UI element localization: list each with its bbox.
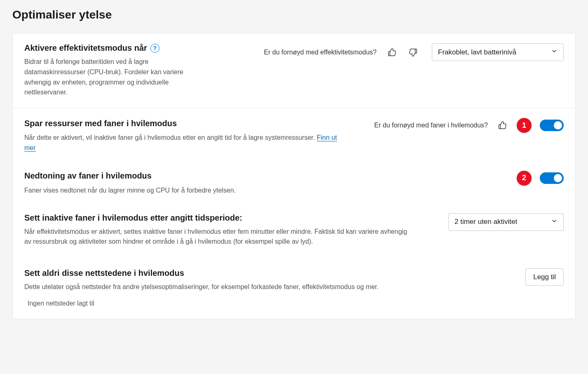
sleeping-tabs-toggle[interactable] [540, 120, 564, 131]
never-sleep-empty: Ingen nettsteder lagt til [24, 292, 564, 309]
sleep-timeout-select-value: 2 timer uten aktivitet [454, 218, 517, 226]
info-icon[interactable]: ? [150, 44, 159, 53]
sleeping-tabs-desc-text: Når dette er aktivert, vil inaktive fane… [24, 134, 317, 141]
efficiency-mode-select-value: Frakoblet, lavt batterinivå [438, 48, 516, 56]
thumbs-down-icon[interactable] [407, 46, 419, 59]
efficiency-desc: Bidrar til å forlenge batteritiden ved å… [24, 57, 189, 98]
never-sleep-desc: Dette utelater også nettsteder fra andre… [24, 282, 478, 292]
fade-tabs-toggle[interactable] [540, 172, 564, 184]
settings-card: Aktivere effektivitetsmodus når ? Bidrar… [12, 33, 576, 319]
annotation-badge-1: 1 [517, 118, 532, 133]
page-title: Optimaliser ytelse [12, 8, 576, 21]
thumbs-up-icon[interactable] [496, 119, 508, 132]
efficiency-mode-select[interactable]: Frakoblet, lavt batterinivå [432, 43, 564, 61]
never-sleep-title: Sett aldri disse nettstedene i hvilemodu… [24, 268, 515, 278]
sleeping-tabs-desc: Når dette er aktivert, vil inaktive fane… [24, 133, 346, 153]
fade-tabs-title: Nedtoning av faner i hvilemodus [24, 171, 507, 181]
fade-tabs-desc: Faner vises nedtonet når du lagrer minne… [24, 186, 346, 196]
section-efficiency-mode: Aktivere effektivitetsmodus når ? Bidrar… [13, 33, 575, 108]
efficiency-title: Aktivere effektivitetsmodus når [24, 43, 147, 53]
annotation-badge-2: 2 [517, 171, 532, 186]
sleeping-tabs-feedback-prompt: Er du fornøyd med faner i hvilemodus? [374, 122, 488, 129]
section-sleeping-tabs-group: Spar ressurser med faner i hvilemodus Er… [13, 108, 575, 319]
chevron-down-icon [551, 48, 558, 56]
add-site-button[interactable]: Legg til [525, 268, 564, 286]
thumbs-up-icon[interactable] [386, 46, 398, 59]
sleeping-tabs-title: Spar ressurser med faner i hvilemodus [24, 119, 364, 128]
efficiency-feedback-prompt: Er du fornøyd med effektivitetsmodus? [264, 49, 377, 56]
chevron-down-icon [551, 218, 558, 226]
sleep-timeout-title: Sett inaktive faner i hvilemodus etter a… [24, 213, 438, 223]
efficiency-feedback: Er du fornøyd med effektivitetsmodus? [264, 46, 419, 59]
sleep-timeout-select[interactable]: 2 timer uten aktivitet [448, 213, 564, 231]
sleep-timeout-desc: Når effektivitetsmodus er aktivert, sett… [24, 227, 416, 247]
efficiency-title-row: Aktivere effektivitetsmodus når ? [24, 43, 254, 53]
